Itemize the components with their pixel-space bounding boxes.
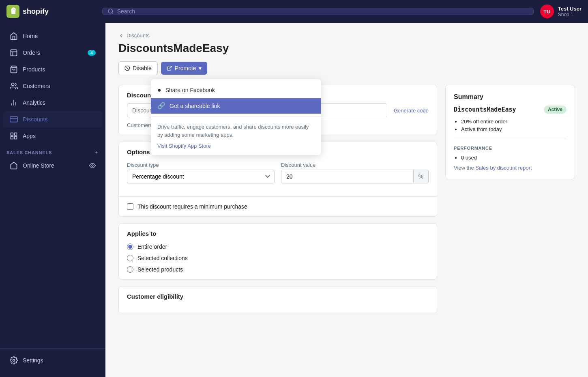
used-count: 0 used — [461, 155, 567, 161]
radio-products-label: Selected products — [137, 266, 183, 273]
svg-rect-11 — [15, 133, 17, 136]
sidebar-item-home[interactable]: Home — [3, 28, 102, 44]
sidebar-item-orders[interactable]: Orders 4 — [3, 45, 102, 61]
svg-rect-8 — [10, 116, 17, 122]
analytics-icon — [10, 99, 18, 107]
apps-icon — [10, 132, 18, 140]
view-report: View the Sales by discount report — [454, 165, 567, 171]
orders-icon — [10, 49, 18, 57]
search-input[interactable] — [117, 8, 528, 15]
svg-rect-10 — [11, 133, 13, 136]
generate-code-link[interactable]: Generate code — [394, 108, 429, 117]
sidebar-item-online-store[interactable]: Online Store — [3, 157, 102, 174]
main-content: Discounts DiscountsMadeEasy Disable Prom… — [105, 23, 588, 377]
radio-entire-order-label: Entire order — [137, 243, 167, 250]
discount-value-field: Discount value % — [281, 162, 429, 183]
discount-type-select[interactable]: Percentage discountFixed amount discount… — [127, 170, 275, 183]
minimum-purchase-row: This discount requires a minimum purchas… — [119, 196, 437, 216]
minimum-purchase-checkbox[interactable] — [127, 203, 133, 210]
eye-icon — [89, 162, 96, 169]
summary-title: Summary — [454, 93, 567, 101]
performance-label: PERFORMANCE — [454, 146, 567, 151]
options-fields: Discount type Percentage discountFixed a… — [127, 162, 429, 183]
status-badge: Active — [544, 106, 567, 114]
dropdown-item-facebook[interactable]: ● Share on Facebook — [151, 82, 321, 98]
promote-icon — [167, 65, 172, 71]
svg-point-15 — [13, 360, 15, 362]
settings-label: Settings — [23, 357, 43, 364]
home-icon — [10, 32, 18, 40]
svg-point-4 — [11, 83, 14, 86]
minimum-purchase-label: This discount requires a minimum purchas… — [137, 203, 247, 210]
user-shop: Shop 1 — [558, 12, 582, 17]
discount-type-label: Discount type — [127, 162, 275, 168]
sidebar-item-products[interactable]: Products — [3, 61, 102, 78]
disable-button[interactable]: Disable — [118, 61, 158, 75]
avatar: TU — [540, 4, 554, 18]
sidebar-item-customers[interactable]: Customers — [3, 78, 102, 94]
radio-entire-order[interactable]: Entire order — [127, 243, 429, 250]
customer-eligibility-title: Customer eligibility — [127, 293, 429, 300]
applies-to-card: Applies to Entire order Selected collect… — [118, 223, 437, 280]
sales-report-link[interactable]: Sales by discount report — [475, 165, 532, 171]
user-name: Test User — [558, 6, 582, 12]
facebook-icon: ● — [157, 86, 161, 94]
svg-point-1 — [108, 9, 112, 13]
sidebar-item-settings[interactable]: Settings — [3, 352, 102, 368]
sidebar-item-label: Home — [23, 33, 38, 39]
svg-rect-12 — [15, 137, 17, 139]
sidebar-analytics-label: Analytics — [23, 99, 45, 106]
sidebar-customers-label: Customers — [23, 83, 50, 89]
radio-products-input[interactable] — [127, 266, 133, 273]
applies-to-title: Applies to — [127, 230, 429, 237]
radio-collections-label: Selected collections — [137, 255, 188, 261]
search-bar[interactable] — [102, 8, 534, 15]
sidebar-item-discounts[interactable]: Discounts — [3, 111, 102, 127]
dropdown-item-shareable[interactable]: 🔗 Get a shareable link — [151, 98, 321, 114]
store-icon — [10, 162, 18, 170]
sidebar-nav: Home Orders 4 Products Customers Analy — [0, 28, 105, 348]
performance-list: 0 used — [454, 155, 567, 161]
online-store-label: Online Store — [23, 162, 54, 169]
discount-value-input[interactable] — [281, 170, 413, 183]
discount-value-input-wrapper: % — [281, 170, 429, 183]
page-title: DiscountsMadeEasy — [118, 42, 575, 55]
settings-icon — [10, 356, 18, 364]
radio-collections-input[interactable] — [127, 255, 133, 261]
sidebar: Home Orders 4 Products Customers Analy — [0, 23, 105, 377]
summary-card: Summary DiscountsMadeEasy Active 20% off… — [445, 85, 575, 179]
svg-line-18 — [169, 66, 172, 69]
svg-rect-13 — [11, 137, 13, 139]
sidebar-item-analytics[interactable]: Analytics — [3, 95, 102, 111]
link-icon: 🔗 — [157, 102, 165, 110]
promote-label: Promote — [175, 65, 196, 71]
add-sales-channel-icon[interactable]: ＋ — [94, 149, 99, 155]
radio-selected-products[interactable]: Selected products — [127, 266, 429, 273]
discounts-icon — [10, 115, 18, 123]
customer-section: Customer eligibility — [119, 287, 437, 313]
app-store-link[interactable]: Visit Shopify App Store — [157, 143, 211, 149]
summary-details-list: 20% off entire order Active from today — [454, 118, 567, 132]
customer-eligibility-card: Customer eligibility — [118, 286, 437, 313]
summary-discount-name: DiscountsMadeEasy — [454, 106, 516, 113]
radio-selected-collections[interactable]: Selected collections — [127, 255, 429, 261]
svg-rect-2 — [11, 50, 17, 56]
sidebar-products-label: Products — [23, 66, 45, 73]
back-icon — [118, 33, 124, 39]
right-column: Summary DiscountsMadeEasy Active 20% off… — [445, 85, 575, 320]
breadcrumb[interactable]: Discounts — [118, 32, 575, 39]
sidebar-discounts-label: Discounts — [23, 116, 47, 123]
promote-button[interactable]: Promote ▾ — [161, 62, 207, 75]
sidebar-item-apps[interactable]: Apps — [3, 128, 102, 144]
dropdown-facebook-label: Share on Facebook — [165, 87, 215, 93]
dropdown-footer-text: Drive traffic, engage customers, and sha… — [157, 123, 315, 139]
products-icon — [10, 65, 18, 73]
dropdown-footer: Drive traffic, engage customers, and sha… — [151, 119, 321, 152]
svg-point-14 — [92, 165, 93, 166]
applies-section: Applies to Entire order Selected collect… — [119, 224, 437, 279]
logo-text: shopify — [23, 7, 49, 16]
dropdown-divider — [151, 116, 321, 116]
radio-entire-order-input[interactable] — [127, 243, 133, 250]
breadcrumb-label: Discounts — [127, 32, 150, 39]
view-report-prefix: View the — [454, 165, 474, 171]
